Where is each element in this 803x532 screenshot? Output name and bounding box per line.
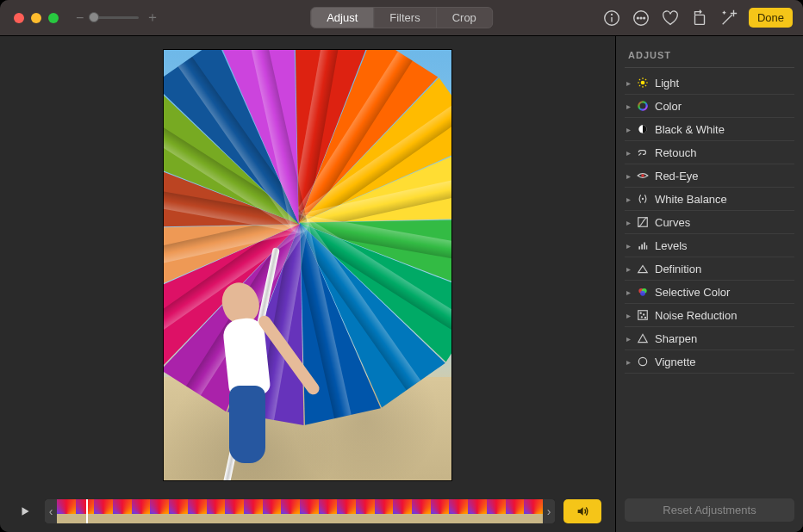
timeline-playhead[interactable] <box>86 499 88 523</box>
sidebar-title: ADJUST <box>625 46 794 68</box>
svg-point-34 <box>638 357 646 365</box>
adjustment-label: White Balance <box>655 193 727 206</box>
svg-rect-25 <box>646 245 647 250</box>
vignette-icon <box>636 355 650 368</box>
rotate-icon[interactable] <box>690 9 709 28</box>
trim-start-handle[interactable]: ‹ <box>45 499 57 523</box>
minimize-button[interactable] <box>31 13 41 23</box>
adjustment-label: Curves <box>655 216 690 229</box>
timeline-frame[interactable] <box>337 499 356 523</box>
svg-point-5 <box>640 17 642 19</box>
right-tools: Done <box>602 8 793 28</box>
timeline-frame[interactable] <box>487 499 506 523</box>
definition-icon <box>636 262 650 275</box>
timeline-frame[interactable] <box>431 499 450 523</box>
adjustment-vignette[interactable]: ▸Vignette <box>625 350 794 374</box>
svg-point-17 <box>638 102 646 109</box>
done-button[interactable]: Done <box>749 8 793 28</box>
timeline-frame[interactable] <box>506 499 525 523</box>
chevron-right-icon: ▸ <box>626 78 631 88</box>
adjustment-label: Red-Eye <box>655 170 699 182</box>
zoom-slider[interactable]: − ＋ <box>76 9 159 27</box>
timeline-frame[interactable] <box>169 499 188 523</box>
timeline-frame[interactable] <box>150 499 169 523</box>
adjustment-bw[interactable]: ▸Black & White <box>625 118 794 141</box>
svg-line-16 <box>645 79 646 80</box>
adjustment-definition[interactable]: ▸Definition <box>625 257 794 281</box>
selectivecolor-icon <box>636 285 650 299</box>
chevron-right-icon: ▸ <box>626 218 631 227</box>
adjustment-levels[interactable]: ▸Levels <box>625 234 794 257</box>
adjust-sidebar: ADJUST ▸Light▸Color▸Black & White▸Retouc… <box>615 36 803 532</box>
light-icon <box>636 76 650 90</box>
more-icon[interactable] <box>632 9 650 28</box>
timeline-frame[interactable] <box>207 499 226 523</box>
timeline-frame[interactable] <box>524 499 543 523</box>
timeline-frame[interactable] <box>188 499 207 523</box>
close-button[interactable] <box>14 13 24 23</box>
adjustment-redeye[interactable]: ▸Red-Eye <box>625 164 794 188</box>
adjustment-label: Light <box>655 77 679 90</box>
adjustment-label: Selective Color <box>655 286 730 299</box>
timeline-frame[interactable] <box>76 499 95 523</box>
adjustment-selectivecolor[interactable]: ▸Selective Color <box>625 281 794 304</box>
timeline-frame[interactable] <box>356 499 375 523</box>
zoom-track[interactable] <box>90 16 139 19</box>
auto-enhance-icon[interactable] <box>719 9 738 28</box>
editor-window: − ＋ Adjust Filters Crop Done <box>0 0 803 532</box>
timeline-frame[interactable] <box>281 499 300 523</box>
adjustment-whitebalance[interactable]: ▸White Balance <box>625 188 794 211</box>
timeline-frame[interactable] <box>449 499 468 523</box>
svg-point-6 <box>644 17 645 19</box>
timeline-frame[interactable] <box>94 499 113 523</box>
adjustment-label: Definition <box>655 263 701 275</box>
timeline-frame[interactable] <box>468 499 487 523</box>
timeline-frame[interactable] <box>57 499 76 523</box>
timeline-frame[interactable] <box>300 499 319 523</box>
adjustment-label: Sharpen <box>655 332 697 345</box>
timeline-frame[interactable] <box>132 499 151 523</box>
timeline-frame[interactable] <box>263 499 282 523</box>
timeline-frame[interactable] <box>225 499 244 523</box>
info-icon[interactable] <box>602 9 621 28</box>
play-button[interactable] <box>14 503 36 520</box>
adjustment-curves[interactable]: ▸Curves <box>625 211 794 234</box>
body: ‹ › ADJUST ▸Light▸Color▸Black & White▸Re… <box>0 36 803 532</box>
curves-icon <box>636 215 650 229</box>
retouch-icon <box>636 145 650 159</box>
timeline-frame[interactable] <box>319 499 338 523</box>
adjustment-color[interactable]: ▸Color <box>625 95 794 118</box>
timeline-frame[interactable] <box>375 499 394 523</box>
adjustment-noisereduction[interactable]: ▸Noise Reduction <box>625 304 794 327</box>
adjustment-list: ▸Light▸Color▸Black & White▸Retouch▸Red-E… <box>625 71 794 374</box>
audio-button[interactable] <box>563 499 601 523</box>
adjustment-label: Noise Reduction <box>655 309 737 322</box>
tab-adjust[interactable]: Adjust <box>311 8 374 28</box>
reset-adjustments-button[interactable]: Reset Adjustments <box>625 498 794 522</box>
svg-point-33 <box>644 317 645 318</box>
mode-tabs: Adjust Filters Crop <box>310 7 493 28</box>
chevron-right-icon: ▸ <box>626 102 631 111</box>
chevron-right-icon: ▸ <box>626 148 631 158</box>
tab-crop[interactable]: Crop <box>437 8 492 28</box>
adjustment-retouch[interactable]: ▸Retouch <box>625 141 794 164</box>
timeline-frame[interactable] <box>412 499 431 523</box>
adjustment-sharpen[interactable]: ▸Sharpen <box>625 327 794 350</box>
video-timeline[interactable]: ‹ › <box>45 499 555 523</box>
trim-end-handle[interactable]: › <box>543 499 555 523</box>
adjustment-label: Levels <box>655 239 688 252</box>
maximize-button[interactable] <box>48 13 59 23</box>
timeline-frame[interactable] <box>244 499 263 523</box>
zoom-knob[interactable] <box>89 12 99 22</box>
canvas-area: ‹ › <box>0 36 615 532</box>
favorite-icon[interactable] <box>661 9 680 28</box>
svg-point-30 <box>640 312 641 313</box>
timeline-frame[interactable] <box>113 499 132 523</box>
tab-filters[interactable]: Filters <box>374 8 436 28</box>
photo-canvas[interactable] <box>0 36 615 494</box>
svg-point-32 <box>641 317 642 318</box>
timeline-frame[interactable] <box>393 499 412 523</box>
svg-point-31 <box>644 314 644 315</box>
photo-preview <box>164 50 451 480</box>
adjustment-light[interactable]: ▸Light <box>625 71 794 95</box>
